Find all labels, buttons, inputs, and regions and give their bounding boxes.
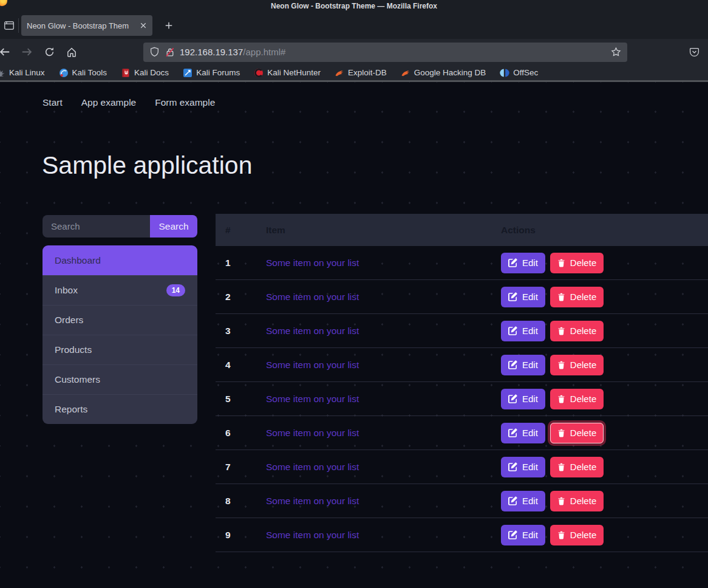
sidebar-item-reports[interactable]: Reports (43, 394, 197, 424)
item-link[interactable]: Some item on your list (266, 258, 359, 268)
tab-overview-icon[interactable] (1, 16, 17, 35)
trash-icon (557, 497, 565, 505)
edit-button[interactable]: Edit (501, 525, 545, 545)
tab-close-icon[interactable] (140, 22, 147, 29)
row-number: 2 (216, 292, 266, 303)
delete-button[interactable]: Delete (550, 525, 604, 545)
row-actions: Edit Delete (501, 287, 604, 307)
bookmark-label: Exploit-DB (348, 68, 387, 77)
nav-link-form-example[interactable]: Form example (155, 97, 215, 108)
trash-icon (557, 361, 565, 369)
bookmark-kali-docs[interactable]: Kali Docs (121, 68, 169, 78)
bookmark-label: Kali Forums (196, 68, 240, 77)
bookmarks-toolbar: Kali Linux Kali Tools Kali Docs Kali For… (0, 65, 708, 82)
edit-button[interactable]: Edit (501, 423, 545, 443)
kali-dragon-icon (0, 68, 5, 78)
sidebar-menu: Dashboard Inbox 14 Orders Products Custo… (43, 245, 197, 424)
shield-icon[interactable] (149, 47, 160, 57)
delete-label: Delete (570, 394, 596, 404)
edit-button[interactable]: Edit (501, 457, 545, 477)
edit-button[interactable]: Edit (501, 355, 545, 375)
delete-button[interactable]: Delete (550, 457, 604, 477)
nav-link-app-example[interactable]: App example (81, 97, 136, 108)
edit-pencil-icon (508, 462, 517, 471)
bookmark-label: Kali Linux (9, 68, 45, 77)
new-tab-button[interactable] (165, 21, 173, 30)
edit-button[interactable]: Edit (501, 491, 545, 511)
item-link[interactable]: Some item on your list (266, 360, 359, 370)
back-icon[interactable] (0, 46, 13, 58)
table-body: 1 Some item on your list Edit (216, 246, 708, 552)
page-title: Sample application (42, 151, 252, 180)
sidebar-item-products[interactable]: Products (43, 335, 197, 364)
bookmark-exploit-db[interactable]: Exploit-DB (335, 68, 387, 78)
delete-button[interactable]: Delete (550, 389, 604, 409)
row-item-cell: Some item on your list (266, 292, 501, 303)
item-link[interactable]: Some item on your list (266, 428, 359, 438)
item-link[interactable]: Some item on your list (266, 462, 359, 472)
bookmark-label: Kali Tools (72, 68, 107, 77)
row-actions: Edit Delete (501, 491, 604, 511)
delete-button[interactable]: Delete (550, 321, 604, 341)
forward-icon[interactable] (18, 46, 36, 58)
edit-button[interactable]: Edit (501, 253, 545, 273)
row-actions: Edit Delete (501, 457, 604, 477)
reload-icon[interactable] (40, 47, 58, 57)
edit-pencil-icon (508, 326, 517, 335)
sidebar-item-inbox[interactable]: Inbox 14 (43, 275, 197, 305)
url-bar[interactable]: 192.168.19.137/app.html# (143, 43, 627, 62)
sidebar-item-orders[interactable]: Orders (43, 305, 197, 335)
row-item-cell: Some item on your list (266, 462, 501, 473)
table-row: 7 Some item on your list Edit (216, 450, 708, 484)
window-title: Neon Glow - Bootstrap Theme — Mozilla Fi… (271, 2, 437, 10)
inbox-count-badge: 14 (166, 284, 185, 296)
edit-button[interactable]: Edit (501, 287, 545, 307)
table-row: 6 Some item on your list Edit (216, 416, 708, 450)
bookmark-kali-linux[interactable]: Kali Linux (0, 68, 45, 78)
bookmark-offsec[interactable]: OffSec (500, 68, 538, 78)
home-icon[interactable] (63, 47, 81, 58)
delete-button[interactable]: Delete (550, 253, 604, 273)
trash-icon (557, 259, 565, 267)
item-link[interactable]: Some item on your list (266, 496, 359, 506)
edit-label: Edit (522, 292, 538, 302)
item-link[interactable]: Some item on your list (266, 326, 359, 336)
edit-button[interactable]: Edit (501, 321, 545, 341)
sidebar-item-customers[interactable]: Customers (43, 364, 197, 394)
nav-link-start[interactable]: Start (43, 97, 63, 108)
sidebar-item-dashboard[interactable]: Dashboard (43, 245, 197, 275)
row-number: 1 (216, 258, 266, 268)
delete-button[interactable]: Delete (550, 287, 604, 307)
edit-label: Edit (522, 394, 538, 404)
item-link[interactable]: Some item on your list (266, 394, 359, 404)
bookmark-star-icon[interactable] (611, 47, 621, 57)
row-actions: Edit Delete (501, 389, 604, 409)
row-item-cell: Some item on your list (266, 428, 501, 439)
bookmark-google-hacking-db[interactable]: Google Hacking DB (401, 68, 486, 78)
table-row: 1 Some item on your list Edit (216, 246, 708, 280)
edit-button[interactable]: Edit (501, 389, 545, 409)
insecure-lock-icon[interactable] (165, 47, 175, 57)
delete-button[interactable]: Delete (550, 355, 604, 375)
row-number: 9 (216, 530, 266, 541)
bookmark-kali-tools[interactable]: Kali Tools (59, 68, 107, 78)
browser-tab[interactable]: Neon Glow - Bootstrap Them (21, 15, 152, 36)
bookmark-kali-nethunter[interactable]: Kali NetHunter (254, 68, 321, 78)
delete-label: Delete (570, 360, 596, 370)
item-link[interactable]: Some item on your list (266, 292, 359, 302)
item-link[interactable]: Some item on your list (266, 530, 359, 540)
table-row: 3 Some item on your list Edit (216, 314, 708, 348)
table-header-row: # Item Actions (216, 214, 708, 246)
trash-icon (557, 395, 565, 403)
search-input[interactable] (43, 215, 150, 238)
delete-button[interactable]: Delete (550, 491, 604, 511)
bookmark-kali-forums[interactable]: Kali Forums (183, 68, 240, 78)
delete-label: Delete (570, 428, 596, 438)
tab-title: Neon Glow - Bootstrap Them (27, 21, 137, 30)
pocket-icon[interactable] (689, 47, 699, 57)
row-item-cell: Some item on your list (266, 530, 501, 541)
row-number: 3 (216, 326, 266, 337)
delete-button[interactable]: Delete (550, 423, 604, 443)
firefox-logo-icon (0, 0, 7, 6)
search-button[interactable]: Search (150, 215, 197, 238)
